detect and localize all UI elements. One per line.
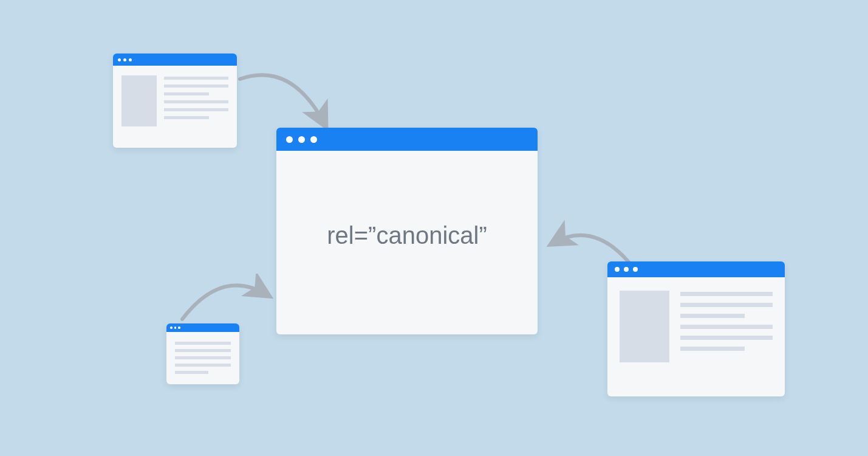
window-dot-icon <box>170 326 173 329</box>
window-dot-icon <box>615 267 620 272</box>
window-dot-icon <box>633 267 638 272</box>
content-lines-placeholder <box>680 291 773 362</box>
window-body <box>607 277 785 376</box>
window-dot-icon <box>310 136 317 143</box>
window-body <box>166 332 239 384</box>
window-dot-icon <box>286 136 293 143</box>
duplicate-page-window-right <box>607 261 785 396</box>
window-body <box>113 66 237 136</box>
window-dot-icon <box>298 136 305 143</box>
window-dot-icon <box>178 326 180 329</box>
duplicate-page-window-top-left <box>113 54 237 148</box>
content-lines-placeholder <box>164 75 228 126</box>
canonical-label: rel=”canonical” <box>276 222 538 249</box>
window-titlebar <box>166 323 239 332</box>
window-dot-icon <box>123 58 126 61</box>
window-titlebar <box>276 128 538 151</box>
window-dot-icon <box>129 58 132 61</box>
window-titlebar <box>607 261 785 277</box>
content-thumbnail-placeholder <box>620 291 669 362</box>
content-thumbnail-placeholder <box>121 75 157 126</box>
window-dot-icon <box>118 58 121 61</box>
window-dot-icon <box>174 326 177 329</box>
duplicate-page-window-bottom-left <box>166 323 239 384</box>
canonical-page-window: rel=”canonical” <box>276 128 538 334</box>
window-titlebar <box>113 54 237 66</box>
window-dot-icon <box>624 267 629 272</box>
